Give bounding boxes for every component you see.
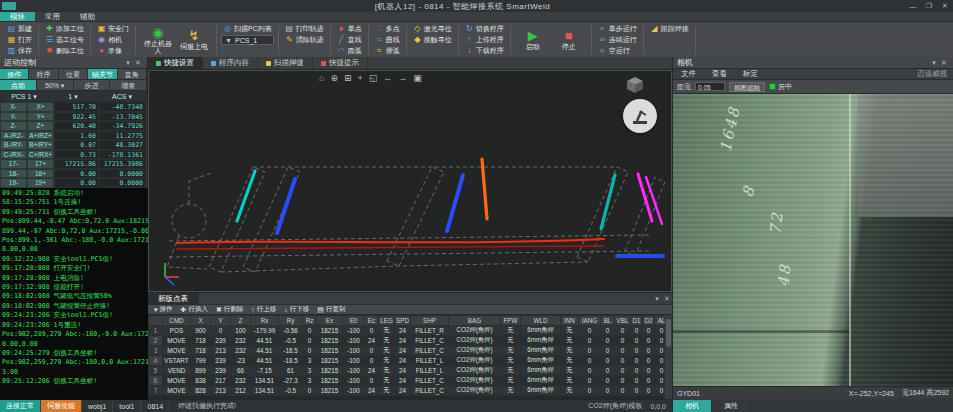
cell[interactable]: 3 xyxy=(303,376,317,386)
cell[interactable]: -18.5 xyxy=(279,356,303,366)
cell[interactable]: 0 xyxy=(365,326,379,336)
table-vertical-scrollbar[interactable] xyxy=(665,315,672,399)
col-IANG[interactable]: IANG xyxy=(579,316,601,326)
cell[interactable]: 0 xyxy=(615,366,631,376)
cell[interactable]: 213 xyxy=(211,386,231,396)
cell[interactable]: 100 xyxy=(231,326,251,336)
cell[interactable]: 239 xyxy=(211,336,231,346)
col-D1[interactable]: D1 xyxy=(631,316,643,326)
cell[interactable]: 718 xyxy=(191,336,211,346)
cell[interactable]: 无 xyxy=(501,346,521,356)
cell[interactable]: 0 xyxy=(631,376,643,386)
cell[interactable]: 718 xyxy=(191,346,211,356)
ribbon-button-多点[interactable]: ∴多点 xyxy=(373,23,402,34)
cell[interactable]: MOVE xyxy=(163,336,191,346)
ribbon-button-切换程序[interactable]: ↻切换程序 xyxy=(463,23,506,34)
axis-jog-pos-17+[interactable]: 17+ xyxy=(27,159,54,169)
axis-jog-pos-18+[interactable]: 18+ xyxy=(27,169,54,179)
ribbon-button-打开[interactable]: ▦打开 xyxy=(5,34,34,45)
cell[interactable]: 0 xyxy=(303,336,317,346)
cell[interactable]: POS xyxy=(163,326,191,336)
ribbon-button-相机[interactable]: ◉相机 xyxy=(95,34,131,45)
cell[interactable]: 0 xyxy=(601,386,615,396)
cell[interactable]: FILLET_L xyxy=(411,366,449,376)
cell[interactable]: -23 xyxy=(231,356,251,366)
ribbon-button-空运行[interactable]: ○空运行 xyxy=(596,45,639,56)
cell[interactable]: 0 xyxy=(643,356,655,366)
cell[interactable]: 0 xyxy=(601,336,615,346)
cell[interactable]: -0.56 xyxy=(279,326,303,336)
col-WLD[interactable]: WLD xyxy=(521,316,561,326)
cell[interactable]: 0 xyxy=(631,386,643,396)
camera-menu-查看[interactable]: 查看 xyxy=(704,69,735,79)
ribbon-button-录像[interactable]: ●录像 xyxy=(95,45,131,56)
col-FPW[interactable]: FPW xyxy=(501,316,521,326)
cell[interactable]: 0 xyxy=(615,386,631,396)
viewport-tab-扫描焊缝[interactable]: 扫描焊缝 xyxy=(258,57,313,69)
cell[interactable]: -100 xyxy=(343,336,365,346)
cell[interactable]: 66 xyxy=(231,366,251,376)
jog-option-点动[interactable]: 点动 xyxy=(0,80,37,90)
cell[interactable]: 0 xyxy=(643,336,655,346)
cell[interactable]: CO2焊(角焊) xyxy=(449,376,501,386)
cell[interactable]: 0 xyxy=(615,326,631,336)
cell[interactable]: 无 xyxy=(379,386,395,396)
ribbon-button-曲线[interactable]: ≈曲线 xyxy=(373,34,402,45)
cell[interactable]: 0 xyxy=(579,336,601,346)
camera-live-feed[interactable]: 164887248 xyxy=(673,94,953,386)
cell[interactable]: -100 xyxy=(343,366,365,376)
cell[interactable]: CO2焊(角焊) xyxy=(449,336,501,346)
cell[interactable]: 无 xyxy=(561,326,579,336)
cell[interactable]: CO2焊(角焊) xyxy=(449,346,501,356)
table-row[interactable]: 7MOVE828213212134.51-0.5018215-10024无24F… xyxy=(149,386,669,396)
viewport-tool-icon-4[interactable]: ◱ xyxy=(369,73,378,83)
cell[interactable]: 134.51 xyxy=(251,376,279,386)
col-Rz[interactable]: Rz xyxy=(303,316,317,326)
cell[interactable]: 799 xyxy=(191,356,211,366)
menu-tab-模块[interactable]: 模块 xyxy=(0,12,35,21)
cell[interactable]: 239 xyxy=(211,356,231,366)
cell[interactable]: 0 xyxy=(643,376,655,386)
col-Rx[interactable]: Rx xyxy=(251,316,279,326)
cell[interactable]: 232 xyxy=(231,346,251,356)
table-row[interactable]: 3MOVE71821323244.51-18.5018215-1000无24FI… xyxy=(149,346,669,356)
motion-mode-直角[interactable]: 直角 xyxy=(118,69,147,79)
ribbon-button-直线[interactable]: ╱直线 xyxy=(335,34,364,45)
cell[interactable]: 0 xyxy=(579,376,601,386)
cell[interactable]: 无 xyxy=(501,326,521,336)
cell[interactable]: 0 xyxy=(643,366,655,376)
cell[interactable]: 232 xyxy=(231,336,251,346)
maximize-button[interactable]: ❐ xyxy=(921,2,937,10)
cell[interactable]: 0 xyxy=(643,386,655,396)
cell[interactable]: 6mm角焊 xyxy=(521,336,561,346)
menu-tab-常用[interactable]: 常用 xyxy=(35,12,70,21)
axis-jog-neg-C-/RX-[interactable]: C-/RX- xyxy=(0,150,27,160)
jog-option-50% ▾[interactable]: 50% ▾ xyxy=(37,80,74,90)
jog-option-增量[interactable]: 增量 xyxy=(110,80,147,90)
motion-mode-轴关节[interactable]: 轴关节 xyxy=(88,69,117,79)
cell[interactable]: 无 xyxy=(501,356,521,366)
motion-tab-程序[interactable]: 程序 xyxy=(29,69,58,79)
cell[interactable]: 0 xyxy=(615,376,631,386)
col-Ec[interactable]: Ec xyxy=(365,316,379,326)
cell[interactable]: CO2焊(角焊) xyxy=(449,386,501,396)
axis-jog-pos-C+/RX+[interactable]: C+/RX+ xyxy=(27,150,54,160)
cell[interactable]: -0.5 xyxy=(279,386,303,396)
axis-jog-pos-X+[interactable]: X+ xyxy=(27,102,54,112)
cell[interactable]: 6mm角焊 xyxy=(521,366,561,376)
image-width-input[interactable]: 0.05 xyxy=(695,82,725,91)
cell[interactable]: 44.51 xyxy=(251,346,279,356)
cell[interactable]: 无 xyxy=(501,366,521,376)
cell[interactable]: MOVE xyxy=(163,376,191,386)
cell[interactable]: 134.51 xyxy=(251,386,279,396)
cell[interactable]: 24 xyxy=(395,386,411,396)
cell[interactable]: VEND xyxy=(163,366,191,376)
cell[interactable]: 0 xyxy=(631,366,643,376)
ribbon-button-单点[interactable]: ●单点 xyxy=(335,23,364,34)
motion-tab-位置[interactable]: 位置 xyxy=(59,69,88,79)
frame-select-1 ▾[interactable]: 1 ▾ xyxy=(49,91,98,101)
cell[interactable]: 18215 xyxy=(317,336,343,346)
col-X[interactable]: X xyxy=(191,316,211,326)
menu-tab-辅助[interactable]: 辅助 xyxy=(70,12,105,21)
cell[interactable]: MOVE xyxy=(163,386,191,396)
